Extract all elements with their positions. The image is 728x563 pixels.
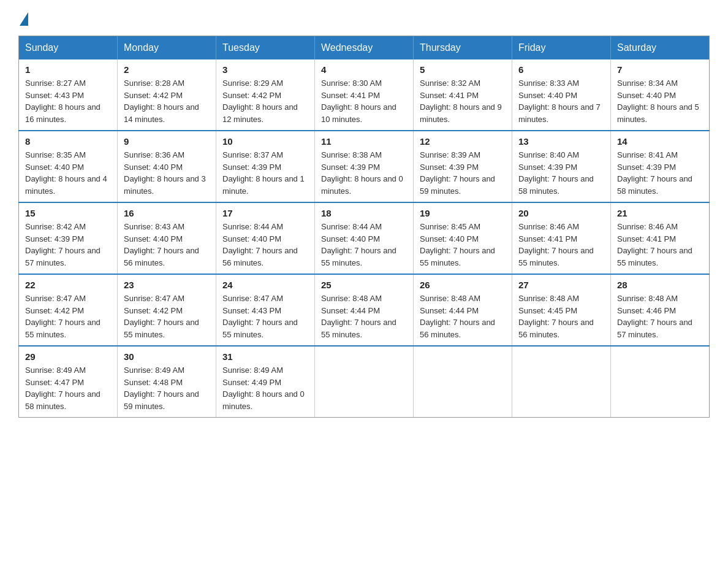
calendar-day-cell: 22 Sunrise: 8:47 AMSunset: 4:42 PMDaylig… <box>19 274 118 346</box>
day-info: Sunrise: 8:47 AMSunset: 4:42 PMDaylight:… <box>25 294 100 339</box>
day-info: Sunrise: 8:46 AMSunset: 4:41 PMDaylight:… <box>617 222 692 267</box>
day-info: Sunrise: 8:48 AMSunset: 4:46 PMDaylight:… <box>617 294 692 339</box>
calendar-day-cell: 17 Sunrise: 8:44 AMSunset: 4:40 PMDaylig… <box>216 202 315 274</box>
day-number: 15 <box>25 208 111 218</box>
calendar-day-cell: 12 Sunrise: 8:39 AMSunset: 4:39 PMDaylig… <box>414 131 512 202</box>
day-number: 5 <box>420 64 506 75</box>
calendar-day-cell: 19 Sunrise: 8:45 AMSunset: 4:40 PMDaylig… <box>414 202 512 274</box>
day-info: Sunrise: 8:49 AMSunset: 4:48 PMDaylight:… <box>124 366 199 411</box>
day-number: 22 <box>25 280 111 290</box>
day-number: 26 <box>420 280 506 290</box>
day-number: 16 <box>124 208 210 218</box>
day-number: 6 <box>518 64 604 75</box>
column-header-tuesday: Tuesday <box>216 36 315 60</box>
day-info: Sunrise: 8:34 AMSunset: 4:40 PMDaylight:… <box>617 79 699 124</box>
day-number: 21 <box>617 208 703 218</box>
calendar-week-row: 1 Sunrise: 8:27 AMSunset: 4:43 PMDayligh… <box>19 59 710 131</box>
day-info: Sunrise: 8:47 AMSunset: 4:42 PMDaylight:… <box>124 294 199 339</box>
calendar-week-row: 29 Sunrise: 8:49 AMSunset: 4:47 PMDaylig… <box>19 346 710 418</box>
day-number: 31 <box>222 351 308 362</box>
day-number: 11 <box>321 136 407 147</box>
day-info: Sunrise: 8:35 AMSunset: 4:40 PMDaylight:… <box>25 150 107 196</box>
day-number: 2 <box>124 64 210 75</box>
day-number: 18 <box>321 208 407 218</box>
day-info: Sunrise: 8:29 AMSunset: 4:42 PMDaylight:… <box>222 79 298 124</box>
day-info: Sunrise: 8:44 AMSunset: 4:40 PMDaylight:… <box>321 222 396 267</box>
day-number: 20 <box>518 208 604 218</box>
day-info: Sunrise: 8:30 AMSunset: 4:41 PMDaylight:… <box>321 79 396 124</box>
day-info: Sunrise: 8:33 AMSunset: 4:40 PMDaylight:… <box>518 79 601 124</box>
day-number: 23 <box>124 280 210 290</box>
day-info: Sunrise: 8:36 AMSunset: 4:40 PMDaylight:… <box>124 150 206 196</box>
day-info: Sunrise: 8:45 AMSunset: 4:40 PMDaylight:… <box>420 222 495 267</box>
day-info: Sunrise: 8:37 AMSunset: 4:39 PMDaylight:… <box>222 150 305 196</box>
calendar-day-cell: 14 Sunrise: 8:41 AMSunset: 4:39 PMDaylig… <box>611 131 710 202</box>
day-info: Sunrise: 8:47 AMSunset: 4:43 PMDaylight:… <box>222 294 298 339</box>
day-info: Sunrise: 8:41 AMSunset: 4:39 PMDaylight:… <box>617 150 692 196</box>
calendar-day-cell: 24 Sunrise: 8:47 AMSunset: 4:43 PMDaylig… <box>216 274 315 346</box>
calendar-day-cell: 11 Sunrise: 8:38 AMSunset: 4:39 PMDaylig… <box>315 131 414 202</box>
day-number: 29 <box>25 351 111 362</box>
calendar-day-cell: 30 Sunrise: 8:49 AMSunset: 4:48 PMDaylig… <box>118 346 216 418</box>
calendar-day-cell: 3 Sunrise: 8:29 AMSunset: 4:42 PMDayligh… <box>216 59 315 131</box>
day-number: 30 <box>124 351 210 362</box>
calendar-day-cell: 25 Sunrise: 8:48 AMSunset: 4:44 PMDaylig… <box>315 274 414 346</box>
day-number: 9 <box>124 136 210 147</box>
calendar-day-cell: 2 Sunrise: 8:28 AMSunset: 4:42 PMDayligh… <box>118 59 216 131</box>
calendar-week-row: 8 Sunrise: 8:35 AMSunset: 4:40 PMDayligh… <box>19 131 710 202</box>
day-info: Sunrise: 8:28 AMSunset: 4:42 PMDaylight:… <box>124 79 199 124</box>
day-number: 28 <box>617 280 703 290</box>
column-header-friday: Friday <box>512 36 611 60</box>
day-number: 10 <box>222 136 308 147</box>
day-number: 25 <box>321 280 407 290</box>
calendar-day-cell: 13 Sunrise: 8:40 AMSunset: 4:39 PMDaylig… <box>512 131 611 202</box>
day-info: Sunrise: 8:49 AMSunset: 4:47 PMDaylight:… <box>25 366 100 411</box>
calendar-day-cell: 21 Sunrise: 8:46 AMSunset: 4:41 PMDaylig… <box>611 202 710 274</box>
calendar-day-cell: 18 Sunrise: 8:44 AMSunset: 4:40 PMDaylig… <box>315 202 414 274</box>
logo-triangle-icon <box>20 12 28 26</box>
calendar-day-cell: 31 Sunrise: 8:49 AMSunset: 4:49 PMDaylig… <box>216 346 315 418</box>
calendar-table: SundayMondayTuesdayWednesdayThursdayFrid… <box>18 36 710 418</box>
day-number: 14 <box>617 136 703 147</box>
day-info: Sunrise: 8:42 AMSunset: 4:39 PMDaylight:… <box>25 222 100 267</box>
calendar-day-cell: 1 Sunrise: 8:27 AMSunset: 4:43 PMDayligh… <box>19 59 118 131</box>
calendar-day-cell: 15 Sunrise: 8:42 AMSunset: 4:39 PMDaylig… <box>19 202 118 274</box>
day-info: Sunrise: 8:32 AMSunset: 4:41 PMDaylight:… <box>420 79 502 124</box>
calendar-day-cell: 10 Sunrise: 8:37 AMSunset: 4:39 PMDaylig… <box>216 131 315 202</box>
day-number: 1 <box>25 64 111 75</box>
day-number: 17 <box>222 208 308 218</box>
day-info: Sunrise: 8:48 AMSunset: 4:44 PMDaylight:… <box>420 294 495 339</box>
day-number: 19 <box>420 208 506 218</box>
calendar-day-cell: 29 Sunrise: 8:49 AMSunset: 4:47 PMDaylig… <box>19 346 118 418</box>
calendar-day-cell: 23 Sunrise: 8:47 AMSunset: 4:42 PMDaylig… <box>118 274 216 346</box>
day-number: 3 <box>222 64 308 75</box>
calendar-day-cell <box>315 346 414 418</box>
calendar-day-cell: 26 Sunrise: 8:48 AMSunset: 4:44 PMDaylig… <box>414 274 512 346</box>
calendar-day-cell: 6 Sunrise: 8:33 AMSunset: 4:40 PMDayligh… <box>512 59 611 131</box>
day-number: 13 <box>518 136 604 147</box>
day-info: Sunrise: 8:40 AMSunset: 4:39 PMDaylight:… <box>518 150 594 196</box>
day-number: 7 <box>617 64 703 75</box>
day-info: Sunrise: 8:44 AMSunset: 4:40 PMDaylight:… <box>222 222 298 267</box>
calendar-day-cell: 4 Sunrise: 8:30 AMSunset: 4:41 PMDayligh… <box>315 59 414 131</box>
day-number: 24 <box>222 280 308 290</box>
calendar-day-cell: 5 Sunrise: 8:32 AMSunset: 4:41 PMDayligh… <box>414 59 512 131</box>
logo <box>18 12 29 23</box>
calendar-week-row: 22 Sunrise: 8:47 AMSunset: 4:42 PMDaylig… <box>19 274 710 346</box>
column-header-wednesday: Wednesday <box>315 36 414 60</box>
calendar-week-row: 15 Sunrise: 8:42 AMSunset: 4:39 PMDaylig… <box>19 202 710 274</box>
day-number: 8 <box>25 136 111 147</box>
calendar-header-row: SundayMondayTuesdayWednesdayThursdayFrid… <box>19 36 710 60</box>
page-header <box>18 12 710 23</box>
day-number: 27 <box>518 280 604 290</box>
day-info: Sunrise: 8:27 AMSunset: 4:43 PMDaylight:… <box>25 79 100 124</box>
day-number: 4 <box>321 64 407 75</box>
calendar-day-cell: 16 Sunrise: 8:43 AMSunset: 4:40 PMDaylig… <box>118 202 216 274</box>
column-header-monday: Monday <box>118 36 216 60</box>
calendar-day-cell <box>512 346 611 418</box>
calendar-day-cell: 20 Sunrise: 8:46 AMSunset: 4:41 PMDaylig… <box>512 202 611 274</box>
calendar-day-cell <box>414 346 512 418</box>
calendar-day-cell: 27 Sunrise: 8:48 AMSunset: 4:45 PMDaylig… <box>512 274 611 346</box>
day-number: 12 <box>420 136 506 147</box>
calendar-day-cell: 9 Sunrise: 8:36 AMSunset: 4:40 PMDayligh… <box>118 131 216 202</box>
